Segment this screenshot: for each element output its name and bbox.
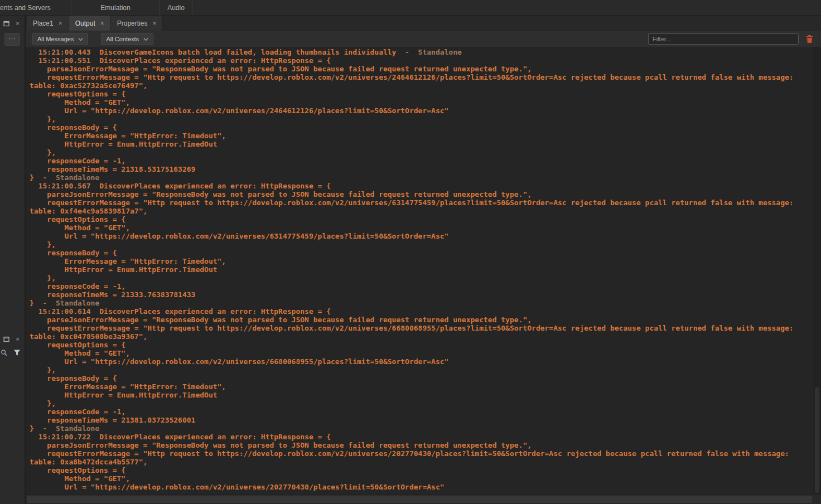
log-line: requestOptions = { xyxy=(30,90,813,98)
more-options-button[interactable]: ··· xyxy=(4,33,20,46)
tab-label: Place1 xyxy=(33,20,54,27)
horizontal-scrollbar[interactable] xyxy=(26,494,821,504)
context-filter-dropdown[interactable]: All Contexts xyxy=(101,33,153,45)
log-line: ErrorMessage = "HttpError: Timedout", xyxy=(30,132,813,140)
output-toolbar: All Messages All Contexts xyxy=(26,31,821,47)
log-line: requestErrorMessage = "Http request to h… xyxy=(30,324,813,332)
output-log: 15:21:00.443 DiscoverGameIcons batch loa… xyxy=(26,47,813,494)
log-line: }, xyxy=(30,366,813,374)
log-line: Url = "https://develop.roblox.com/v2/uni… xyxy=(30,232,813,240)
log-line: }, xyxy=(30,399,813,408)
log-line: Url = "https://develop.roblox.com/v2/uni… xyxy=(30,357,813,366)
log-line: } - Standalone xyxy=(30,173,813,182)
dock-panel-controls: × xyxy=(3,336,21,343)
log-line: requestOptions = { xyxy=(30,215,813,224)
chevron-down-icon xyxy=(78,37,83,41)
log-line: 15:21:00.443 DiscoverGameIcons batch loa… xyxy=(30,48,813,56)
log-line: }, xyxy=(30,148,813,157)
log-line: } - Standalone xyxy=(30,299,813,307)
log-line: table: 0xf4e4c9a5839817a7", xyxy=(30,207,813,215)
log-line: }, xyxy=(30,115,813,123)
log-line: 15:21:00.551 DiscoverPlaces experienced … xyxy=(30,56,813,65)
log-line: requestErrorMessage = "Http request to h… xyxy=(30,198,813,207)
close-icon[interactable]: × xyxy=(14,336,21,343)
dock-panel-tools xyxy=(1,349,21,356)
float-panel-icon[interactable] xyxy=(3,336,10,343)
log-line: Url = "https://develop.roblox.com/v2/uni… xyxy=(30,106,813,115)
log-line: ErrorMessage = "HttpError: Timedout", xyxy=(30,257,813,265)
filter-input[interactable] xyxy=(648,33,799,45)
log-line: HttpError = Enum.HttpError.TimedOut xyxy=(30,140,813,148)
tab-label: Properties xyxy=(117,20,148,27)
message-filter-dropdown[interactable]: All Messages xyxy=(32,33,88,45)
log-line: requestErrorMessage = "Http request to h… xyxy=(30,449,813,458)
log-line: responseBody = { xyxy=(30,249,813,257)
tab-properties[interactable]: Properties× xyxy=(111,16,163,31)
chevron-down-icon xyxy=(143,37,148,41)
close-icon[interactable]: × xyxy=(59,20,62,27)
ribbon-tab-ents-and-servers[interactable]: ents and Servers xyxy=(0,0,71,15)
log-line: parseJsonErrorMessage = "ResponseBody wa… xyxy=(30,190,813,198)
log-line: Method = "GET", xyxy=(30,349,813,357)
log-line: HttpError = Enum.HttpError.TimedOut xyxy=(30,391,813,399)
dock-panel-controls: × xyxy=(3,20,21,27)
magnifier-icon[interactable] xyxy=(1,349,8,356)
log-line: Method = "GET", xyxy=(30,224,813,232)
close-icon[interactable]: × xyxy=(14,20,21,27)
left-dock-strip: × ··· × xyxy=(0,16,26,504)
log-line: parseJsonErrorMessage = "ResponseBody wa… xyxy=(30,316,813,324)
output-panel: 15:21:00.443 DiscoverGameIcons batch loa… xyxy=(26,47,821,494)
scrollbar-thumb[interactable] xyxy=(27,496,812,503)
log-line: requestErrorMessage = "Http request to h… xyxy=(30,73,813,81)
float-panel-icon[interactable] xyxy=(3,20,10,27)
scrollbar-thumb[interactable] xyxy=(815,387,819,493)
log-line: table: 0xc0478508be3a9367", xyxy=(30,332,813,341)
log-line: responseTimeMs = 21318.53175163269 xyxy=(30,165,813,173)
log-line: }, xyxy=(30,274,813,282)
log-line: } - Standalone xyxy=(30,424,813,433)
log-line: responseCode = -1, xyxy=(30,282,813,290)
log-line: Url = "https://develop.roblox.com/v2/uni… xyxy=(30,483,813,491)
log-line: table: 0xa8b472dcca4b5577", xyxy=(30,458,813,466)
tab-place1[interactable]: Place1× xyxy=(27,16,69,31)
log-line: responseTimeMs = 21381.03723526001 xyxy=(30,416,813,424)
filter-funnel-icon[interactable] xyxy=(13,349,21,356)
log-line: parseJsonErrorMessage = "ResponseBody wa… xyxy=(30,441,813,449)
document-tab-bar: Place1×Output×Properties× xyxy=(26,16,821,31)
log-line: Method = "GET", xyxy=(30,98,813,106)
context-filter-value: All Contexts xyxy=(106,36,139,42)
message-filter-value: All Messages xyxy=(37,36,74,42)
log-line: responseCode = -1, xyxy=(30,157,813,165)
log-line: }, xyxy=(30,240,813,249)
close-icon[interactable]: × xyxy=(100,20,104,27)
studio-window: ents and ServersEmulationAudio × ··· × xyxy=(0,0,821,504)
log-line: responseTimeMs = 21333.76383781433 xyxy=(30,290,813,299)
ribbon-tab-emulation[interactable]: Emulation xyxy=(71,0,160,15)
tab-label: Output xyxy=(75,20,95,27)
log-line: responseBody = { xyxy=(30,123,813,132)
ribbon-tab-audio[interactable]: Audio xyxy=(160,0,192,15)
vertical-scrollbar[interactable] xyxy=(813,47,821,494)
log-line: parseJsonErrorMessage = "ResponseBody wa… xyxy=(30,65,813,73)
log-line: 15:21:00.614 DiscoverPlaces experienced … xyxy=(30,307,813,316)
trash-icon[interactable] xyxy=(805,35,814,43)
log-line: HttpError = Enum.HttpError.TimedOut xyxy=(30,265,813,274)
log-line: ErrorMessage = "HttpError: Timedout", xyxy=(30,382,813,391)
ribbon-group-bar: ents and ServersEmulationAudio xyxy=(0,0,821,16)
log-line: responseBody = { xyxy=(30,374,813,382)
log-line: requestOptions = { xyxy=(30,466,813,474)
tab-output[interactable]: Output× xyxy=(69,16,111,31)
log-line: table: 0xac52732a5ce76497", xyxy=(30,81,813,90)
close-icon[interactable]: × xyxy=(152,20,156,27)
log-line: 15:21:00.722 DiscoverPlaces experienced … xyxy=(30,433,813,441)
log-line: requestOptions = { xyxy=(30,341,813,349)
log-line: Method = "GET", xyxy=(30,474,813,483)
log-line: 15:21:00.567 DiscoverPlaces experienced … xyxy=(30,182,813,190)
log-line: responseCode = -1, xyxy=(30,408,813,416)
